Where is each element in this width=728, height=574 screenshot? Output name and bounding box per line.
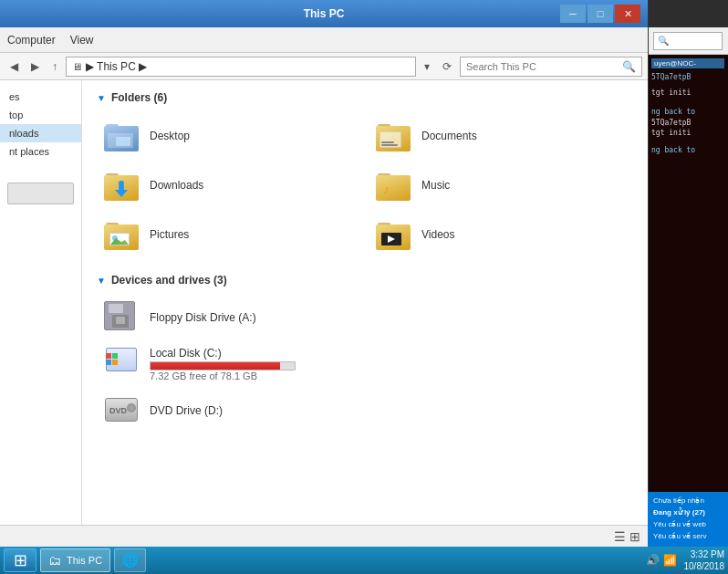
folder-videos[interactable]: Videos (369, 214, 633, 256)
videos-folder-icon (376, 219, 414, 250)
terminal-line-5: tgt initi (651, 128, 724, 138)
floppy-name: Floppy Disk Drive (A:) (150, 311, 626, 324)
dvd-drive-info: DVD Drive (D:) (150, 404, 626, 417)
local-disk-c-name: Local Disk (C:) (150, 347, 626, 360)
drives-title: Devices and drives (3) (111, 274, 227, 287)
search-input[interactable] (466, 61, 619, 72)
folder-desktop[interactable]: Desktop (97, 115, 361, 157)
folder-downloads[interactable]: Downloads (97, 164, 361, 206)
pictures-folder-icon (104, 219, 142, 250)
terminal-panel: uyen@NOC- 5TQa7etpB tgt initi ng back to… (648, 0, 728, 520)
folders-section-header: ▼ Folders (6) (97, 91, 633, 104)
notif-2: Đang xử lý (27) (653, 508, 723, 517)
notif-1: Chưa tiếp nhận (653, 496, 723, 506)
terminal-line-6: ng back to (651, 145, 724, 155)
documents-folder-icon (376, 120, 414, 151)
tray-date-display: 10/8/2018 (684, 560, 725, 572)
folder-music-label: Music (421, 179, 450, 192)
start-button[interactable]: ⊞ (4, 548, 36, 572)
ribbon-view[interactable]: View (70, 34, 94, 47)
folder-desktop-label: Desktop (150, 130, 190, 142)
downloads-folder-icon (104, 170, 142, 201)
path-text: ▶ This PC ▶ (86, 60, 147, 73)
terminal-body: uyen@NOC- 5TQa7etpB tgt initi ng back to… (648, 55, 728, 493)
back-button[interactable]: ◀ (5, 57, 23, 76)
status-bar: ☰ ⊞ (0, 525, 648, 547)
folder-grid: Desktop Documents (97, 115, 633, 256)
status-icons: ☰ ⊞ (614, 529, 640, 544)
address-bar: ◀ ▶ ↑ 🖥 ▶ This PC ▶ ▾ ⟳ 🔍 (0, 53, 648, 80)
drive-dvd[interactable]: DVD DVD Drive (D:) (97, 391, 633, 431)
drives-section-header: ▼ Devices and drives (3) (97, 274, 633, 287)
dvd-drive-name: DVD Drive (D:) (150, 404, 626, 417)
notif-4: Yêu cầu về serv (653, 532, 723, 541)
floppy-info: Floppy Disk Drive (A:) (150, 311, 626, 324)
local-disk-icon (104, 348, 140, 381)
sidebar-item-2[interactable]: nloads (0, 124, 81, 142)
dvd-icon: DVD (104, 394, 140, 427)
tray-icon-1[interactable]: 🔊 (646, 554, 660, 567)
folder-music[interactable]: ♪ Music (369, 164, 633, 206)
terminal-line-4: 5TQa7etpB (651, 118, 724, 128)
local-disk-c-info: Local Disk (C:) 7.32 GB free of 78.1 GB (150, 347, 626, 381)
drives-grid: Floppy Disk Drive (A:) (97, 297, 633, 431)
folder-documents-label: Documents (421, 130, 477, 142)
taskbar-app-explorer[interactable]: 🗂 This PC (40, 548, 110, 572)
view-grid-icon[interactable]: ⊞ (629, 529, 640, 544)
forward-button[interactable]: ▶ (26, 57, 44, 76)
terminal-line-3: ng back to (651, 107, 724, 117)
sidebar: es top nloads nt places (0, 80, 82, 547)
terminal-search-area[interactable] (648, 27, 728, 55)
folder-documents[interactable]: Documents (369, 115, 633, 157)
folder-videos-label: Videos (421, 228, 454, 241)
ribbon: Computer View (0, 27, 648, 53)
terminal-line-2: tgt initi (651, 88, 724, 98)
close-button[interactable]: ✕ (615, 5, 640, 23)
desktop-folder-icon (104, 120, 142, 151)
window-title: This PC (304, 7, 345, 20)
drive-floppy[interactable]: Floppy Disk Drive (A:) (97, 297, 633, 338)
sidebar-item-0[interactable]: es (0, 88, 81, 106)
tray-icon-2[interactable]: 📶 (663, 554, 677, 567)
up-button[interactable]: ↑ (47, 57, 62, 76)
tray-icons: 🔊 📶 (646, 554, 677, 567)
address-path[interactable]: 🖥 ▶ This PC ▶ (66, 57, 416, 77)
sidebar-item-3[interactable]: nt places (0, 142, 81, 161)
taskbar-app-chrome[interactable]: 🌐 (114, 548, 146, 572)
music-folder-icon: ♪ (376, 170, 414, 201)
notif-3: Yêu cầu về web (653, 520, 723, 529)
disk-progress-bar (150, 361, 296, 370)
terminal-user: uyen@NOC- (651, 58, 724, 68)
refresh-button[interactable]: ⟳ (438, 57, 456, 76)
title-bar: This PC ─ □ ✕ (0, 0, 648, 27)
sidebar-item-1[interactable]: top (0, 106, 81, 124)
disk-progress-fill (151, 362, 280, 370)
drives-arrow[interactable]: ▼ (97, 276, 106, 286)
view-list-icon[interactable]: ☰ (614, 529, 626, 544)
terminal-line-1: 5TQa7etpB (651, 72, 724, 82)
terminal-search-input[interactable] (653, 32, 723, 50)
dropdown-button[interactable]: ▾ (420, 57, 434, 76)
taskbar-app-label: This PC (67, 555, 102, 566)
terminal-header (649, 0, 728, 27)
ribbon-computer[interactable]: Computer (7, 34, 56, 47)
taskbar: ⊞ 🗂 This PC 🌐 🔊 📶 3:32 PM 10/8/2018 (0, 547, 728, 574)
content-area: ▼ Folders (6) Desktop (82, 80, 648, 547)
maximize-button[interactable]: □ (588, 5, 613, 23)
local-disk-c-detail: 7.32 GB free of 78.1 GB (150, 370, 626, 381)
folder-pictures-label: Pictures (150, 228, 189, 241)
search-icon[interactable]: 🔍 (622, 60, 636, 73)
floppy-icon (104, 301, 140, 334)
folders-title: Folders (6) (111, 91, 167, 104)
folders-arrow[interactable]: ▼ (97, 93, 106, 103)
notification-panel: Chưa tiếp nhận Đang xử lý (27) Yêu cầu v… (648, 492, 728, 547)
drive-local-c[interactable]: Local Disk (C:) 7.32 GB free of 78.1 GB (97, 343, 633, 385)
search-box[interactable]: 🔍 (460, 57, 642, 77)
main-container: es top nloads nt places ▼ Folders (6) De… (0, 80, 648, 547)
minimize-button[interactable]: ─ (560, 5, 586, 23)
tray-time-display: 3:32 PM (684, 548, 725, 560)
folder-pictures[interactable]: Pictures (97, 214, 361, 256)
tray-datetime[interactable]: 3:32 PM 10/8/2018 (684, 548, 725, 572)
taskbar-tray: 🔊 📶 3:32 PM 10/8/2018 (646, 548, 725, 572)
folder-downloads-label: Downloads (150, 179, 203, 192)
